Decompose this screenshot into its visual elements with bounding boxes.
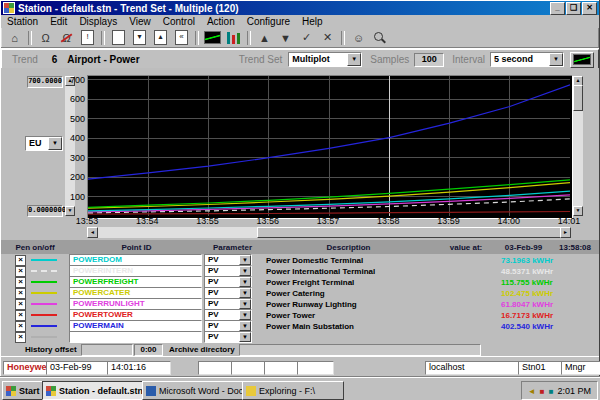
y-tick-label: 400 bbox=[63, 133, 85, 143]
chevron-down-icon[interactable]: ▼ bbox=[549, 53, 563, 66]
honeywell-logo: Honeywell bbox=[3, 361, 51, 375]
trend-plot[interactable] bbox=[87, 75, 573, 219]
detail-display-icon[interactable]: ☺ bbox=[349, 30, 368, 46]
trend-set-select[interactable]: Multiplot ▼ bbox=[288, 52, 362, 67]
menu-action[interactable]: Action bbox=[201, 16, 241, 27]
station-tray-icon[interactable]: ■ bbox=[549, 387, 554, 396]
plot-h-scrollbar[interactable]: ◄ ► bbox=[87, 227, 571, 238]
pen-table-row: ×POWERINTERNPV▼Power International Termi… bbox=[1, 265, 599, 276]
chevron-down-icon[interactable]: ▼ bbox=[48, 137, 62, 150]
blank-page-icon[interactable] bbox=[109, 30, 128, 46]
history-offset-field[interactable] bbox=[81, 344, 133, 356]
chevron-down-icon[interactable]: ▼ bbox=[239, 321, 251, 331]
schematic-icon[interactable]: ⌂ bbox=[5, 30, 24, 46]
task-icon bbox=[246, 386, 256, 396]
alarm-summary-icon[interactable]: ! bbox=[78, 30, 97, 46]
page-repeat-icon[interactable]: « bbox=[172, 30, 191, 46]
menu-edit[interactable]: Edit bbox=[44, 16, 73, 27]
close-button[interactable]: ✕ bbox=[582, 2, 597, 15]
x-tick-label: 13:56 bbox=[251, 216, 285, 226]
taskbar-clock: 2:01 PM bbox=[557, 386, 591, 396]
maximize-button[interactable]: ❑ bbox=[566, 2, 581, 15]
pen-checkbox[interactable]: × bbox=[15, 255, 26, 266]
chevron-down-icon[interactable]: ▼ bbox=[239, 277, 251, 287]
scale-min-field[interactable]: 0.0000000 bbox=[27, 205, 63, 217]
point-id-field[interactable] bbox=[69, 331, 202, 343]
menu-configure[interactable]: Configure bbox=[241, 16, 296, 27]
point-description: Power Tower bbox=[261, 311, 491, 320]
point-description: Power Catering bbox=[261, 289, 491, 298]
accept-icon[interactable]: ✓ bbox=[297, 30, 316, 46]
chevron-down-icon[interactable]: ▼ bbox=[239, 288, 251, 298]
volume-icon[interactable]: ◄ bbox=[528, 387, 536, 396]
pen-table-row: ×POWERMAINPV▼Power Main Substation402.54… bbox=[1, 320, 599, 331]
scroll-thumb[interactable] bbox=[573, 85, 583, 111]
y-tick-label: 100 bbox=[63, 192, 85, 202]
lower-icon[interactable]: ▼ bbox=[276, 30, 295, 46]
alarm-page-icon[interactable]: Ω bbox=[36, 30, 55, 46]
pen-checkbox[interactable]: × bbox=[15, 321, 26, 332]
col-value-date: 03-Feb-99 bbox=[496, 243, 551, 252]
cancel-icon[interactable]: ✕ bbox=[318, 30, 337, 46]
silence-alarm-icon[interactable]: Ω bbox=[57, 30, 76, 46]
point-value: 16.7173 kWHr bbox=[491, 311, 599, 320]
taskbar-task-3[interactable]: Exploring - F:\ bbox=[242, 381, 344, 400]
history-offset-value[interactable]: 0:00 bbox=[134, 344, 163, 356]
status-role: Mngr bbox=[561, 361, 600, 375]
scale-max-field[interactable]: 700.0000 bbox=[27, 76, 63, 88]
point-value: 402.540 kWHr bbox=[491, 322, 599, 331]
zoom-icon[interactable] bbox=[370, 30, 389, 46]
menu-help[interactable]: Help bbox=[296, 16, 329, 27]
plot-v-scrollbar[interactable]: ▲ ▼ bbox=[573, 76, 583, 216]
chevron-down-icon[interactable]: ▼ bbox=[239, 310, 251, 320]
pen-checkbox[interactable]: × bbox=[15, 277, 26, 288]
archive-directory-field[interactable] bbox=[239, 344, 481, 356]
toolbar-separator bbox=[341, 31, 345, 45]
raise-icon[interactable]: ▲ bbox=[255, 30, 274, 46]
trend-quick-button[interactable] bbox=[570, 52, 594, 68]
chevron-down-icon[interactable]: ▼ bbox=[239, 255, 251, 265]
scroll-right-icon[interactable]: ► bbox=[560, 227, 571, 238]
menu-station[interactable]: Station bbox=[1, 16, 44, 27]
group-display-icon[interactable] bbox=[224, 30, 243, 46]
start-button[interactable]: Start bbox=[2, 381, 46, 400]
pen-checkbox[interactable]: × bbox=[15, 332, 26, 343]
y-tick-label: 500 bbox=[63, 114, 85, 124]
scroll-thumb[interactable] bbox=[257, 227, 561, 238]
col-pen-onoff: Pen on/off bbox=[1, 243, 69, 252]
trend-display: 700.0000 EU ▼ 0.0000000 ▲ ▼ 100200300400… bbox=[1, 68, 599, 356]
interval-select[interactable]: 5 second ▼ bbox=[490, 52, 564, 67]
minimize-button[interactable]: _ bbox=[550, 2, 565, 15]
toolbar-separator bbox=[28, 31, 32, 45]
unit-select[interactable]: EU ▼ bbox=[25, 136, 63, 151]
point-description: Power Runway Lighting bbox=[261, 300, 491, 309]
scroll-down-icon[interactable]: ▼ bbox=[573, 206, 583, 216]
pen-checkbox[interactable]: × bbox=[15, 288, 26, 299]
title-bar[interactable]: Station - default.stn - Trend Set - Mult… bbox=[1, 1, 599, 15]
scroll-left-icon[interactable]: ◄ bbox=[87, 227, 98, 238]
menu-control[interactable]: Control bbox=[157, 16, 201, 27]
trend-label: Trend bbox=[12, 54, 38, 65]
scroll-down-icon[interactable]: ▼ bbox=[65, 206, 75, 216]
page-up-icon[interactable]: ▴ bbox=[151, 30, 170, 46]
chevron-down-icon[interactable]: ▼ bbox=[239, 299, 251, 309]
taskbar-task-2[interactable]: Microsoft Word - Document5 bbox=[142, 381, 244, 400]
parameter-select[interactable]: PV▼ bbox=[204, 331, 252, 343]
chevron-down-icon[interactable]: ▼ bbox=[239, 332, 251, 342]
x-tick-label: 13:58 bbox=[371, 216, 405, 226]
pen-checkbox[interactable]: × bbox=[15, 299, 26, 310]
samples-field[interactable]: 100 bbox=[414, 53, 444, 67]
alarm-tray-icon[interactable]: ■ bbox=[540, 387, 545, 396]
col-value-time: 13:58:08 bbox=[551, 243, 599, 252]
menu-view[interactable]: View bbox=[123, 16, 157, 27]
pen-checkbox[interactable]: × bbox=[15, 310, 26, 321]
status-cell-empty bbox=[297, 361, 334, 375]
trend-display-icon[interactable] bbox=[203, 30, 222, 46]
page-down-icon[interactable]: ▾ bbox=[130, 30, 149, 46]
pen-checkbox[interactable]: × bbox=[15, 266, 26, 277]
taskbar-task-1[interactable]: Station - default.stn -... bbox=[42, 381, 144, 400]
menu-displays[interactable]: Displays bbox=[73, 16, 123, 27]
chevron-down-icon[interactable]: ▼ bbox=[347, 53, 361, 66]
task-icon bbox=[146, 386, 156, 396]
chevron-down-icon[interactable]: ▼ bbox=[239, 266, 251, 276]
